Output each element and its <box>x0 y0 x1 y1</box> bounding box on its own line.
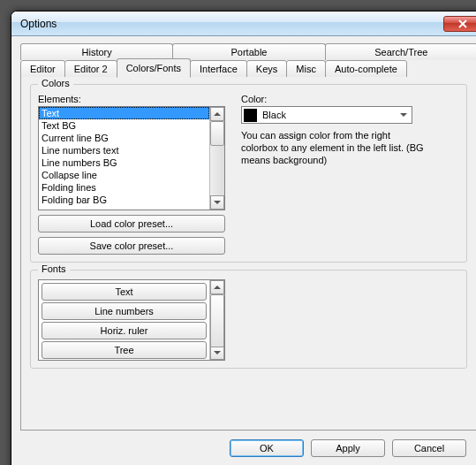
tab-panel: Colors Elements: Text Text BG Current li… <box>20 77 476 431</box>
scroll-track[interactable] <box>210 121 224 195</box>
list-item[interactable]: Text <box>39 107 209 119</box>
options-dialog: Options History Portable Search/Tree Edi… <box>11 11 476 465</box>
scroll-down-button[interactable] <box>210 346 224 360</box>
scroll-up-button[interactable] <box>210 107 224 121</box>
font-line-numbers-button[interactable]: Line numbers <box>42 302 207 320</box>
color-swatch <box>244 109 257 122</box>
scroll-up-button[interactable] <box>210 280 224 294</box>
tab-portable[interactable]: Portable <box>172 43 325 60</box>
color-label: Color: <box>241 94 427 104</box>
list-item[interactable]: Folding bar BG <box>39 194 209 206</box>
cancel-button[interactable]: Cancel <box>392 439 466 457</box>
chevron-up-icon <box>214 286 221 289</box>
font-horiz-ruler-button[interactable]: Horiz. ruler <box>42 322 207 339</box>
list-item[interactable]: Line numbers text <box>39 144 209 156</box>
combobox-arrow <box>397 113 410 117</box>
apply-button[interactable]: Apply <box>311 439 385 457</box>
color-combobox-value: Black <box>262 110 397 120</box>
tab-colors-fonts[interactable]: Colors/Fonts <box>117 58 191 78</box>
scroll-thumb[interactable] <box>210 294 224 347</box>
scroll-thumb[interactable] <box>210 121 224 146</box>
tab-keys[interactable]: Keys <box>246 60 287 78</box>
list-item[interactable]: Text BG <box>39 119 209 132</box>
tab-interface[interactable]: Interface <box>190 60 247 78</box>
list-item[interactable]: Collapse line <box>39 169 209 181</box>
ok-button[interactable]: OK <box>230 439 304 457</box>
chevron-down-icon <box>214 201 221 204</box>
tab-search-tree[interactable]: Search/Tree <box>325 43 476 60</box>
dialog-footer: OK Apply Cancel <box>20 431 476 465</box>
close-button[interactable] <box>443 16 476 32</box>
elements-label: Elements: <box>38 94 225 104</box>
colors-group-label: Colors <box>38 78 73 88</box>
chevron-up-icon <box>214 112 221 116</box>
fonts-listbox: Text Line numbers Horiz. ruler Tree <box>38 279 225 361</box>
tab-row-bottom: Editor Editor 2 Colors/Fonts Interface K… <box>20 60 476 78</box>
color-hint-text: You can assign color from the right colo… <box>241 129 427 166</box>
colors-group: Colors Elements: Text Text BG Current li… <box>30 84 467 263</box>
scroll-down-button[interactable] <box>210 195 224 210</box>
list-item[interactable]: Current line BG <box>39 132 209 144</box>
color-combobox[interactable]: Black <box>241 106 412 124</box>
window-title: Options <box>20 18 443 30</box>
close-icon <box>458 19 467 28</box>
save-color-preset-button[interactable]: Save color preset... <box>38 237 225 255</box>
font-tree-button[interactable]: Tree <box>42 341 207 359</box>
elements-listbox[interactable]: Text Text BG Current line BG Line number… <box>38 106 225 210</box>
tab-row-top: History Portable Search/Tree <box>20 43 476 60</box>
tab-editor[interactable]: Editor <box>20 60 65 78</box>
fonts-scrollbar[interactable] <box>209 280 224 360</box>
titlebar[interactable]: Options <box>11 11 476 36</box>
fonts-group: Fonts Text Line numbers Horiz. ruler Tre… <box>30 270 467 369</box>
client-area: History Portable Search/Tree Editor Edit… <box>11 36 476 465</box>
elements-scrollbar[interactable] <box>209 107 224 210</box>
load-color-preset-button[interactable]: Load color preset... <box>38 215 225 232</box>
font-text-button[interactable]: Text <box>42 283 207 301</box>
list-item[interactable]: Folding lines <box>39 181 209 194</box>
chevron-down-icon <box>214 351 221 354</box>
list-item[interactable]: Line numbers BG <box>39 156 209 169</box>
scroll-track[interactable] <box>210 294 224 346</box>
tab-editor2[interactable]: Editor 2 <box>64 60 117 78</box>
elements-listbox-items: Text Text BG Current line BG Line number… <box>39 107 209 210</box>
tab-auto-complete[interactable]: Auto-complete <box>325 60 407 78</box>
tab-misc[interactable]: Misc <box>286 60 326 78</box>
fonts-group-label: Fonts <box>38 263 70 274</box>
chevron-down-icon <box>400 113 407 117</box>
